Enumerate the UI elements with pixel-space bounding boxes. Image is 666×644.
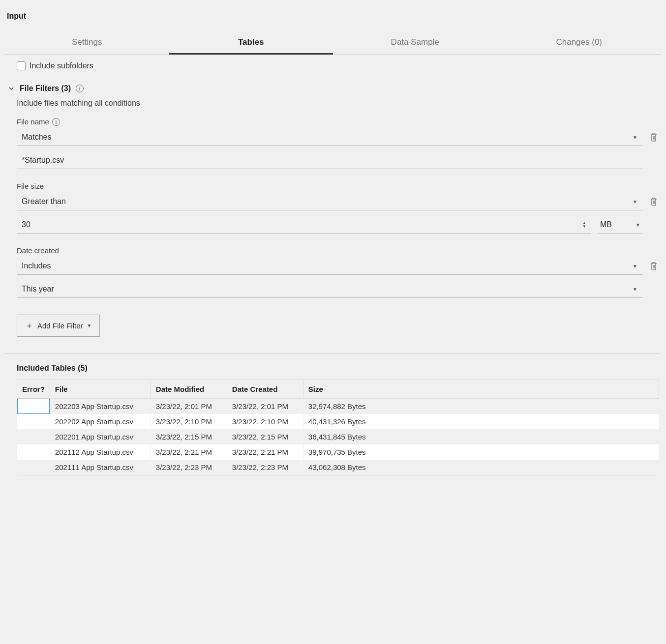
- cell-modified[interactable]: 3/23/22, 2:10 PM: [151, 414, 227, 429]
- trash-icon[interactable]: [649, 261, 659, 272]
- included-tables-title: Included Tables (5): [17, 364, 659, 373]
- filter-datecreated-label: Date created: [17, 246, 59, 255]
- cell-modified[interactable]: 3/23/22, 2:23 PM: [151, 460, 227, 475]
- filter-datecreated-value-text: This year: [22, 285, 54, 293]
- filter-filesize-operator-value: Greater than: [22, 197, 66, 206]
- stepper-down-icon[interactable]: ▼: [582, 225, 586, 228]
- caret-down-icon: ▼: [87, 323, 92, 328]
- filter-datecreated-operator[interactable]: Includes ▼: [17, 258, 642, 275]
- caret-down-icon: ▼: [633, 263, 637, 269]
- chevron-down-icon[interactable]: [8, 85, 15, 92]
- file-filters-subtitle: Include files matching all conditions: [17, 93, 659, 117]
- cell-created[interactable]: 3/23/22, 2:21 PM: [227, 444, 303, 460]
- filter-filename-value-input[interactable]: *Startup.csv: [17, 152, 642, 169]
- cell-modified[interactable]: 3/23/22, 2:01 PM: [151, 399, 227, 414]
- page-title: Input: [0, 0, 666, 30]
- cell-modified[interactable]: 3/23/22, 2:21 PM: [151, 444, 227, 460]
- cell-created[interactable]: 3/23/22, 2:01 PM: [227, 399, 303, 414]
- table-row[interactable]: 202203 App Startup.csv 3/23/22, 2:01 PM …: [17, 399, 659, 414]
- table-row[interactable]: 202111 App Startup.csv 3/23/22, 2:23 PM …: [17, 460, 659, 475]
- cell-error[interactable]: [17, 444, 50, 460]
- col-header-error[interactable]: Error?: [17, 380, 50, 399]
- tab-data-sample[interactable]: Data Sample: [333, 30, 497, 54]
- plus-icon: ＋: [25, 320, 33, 331]
- cell-error[interactable]: [17, 460, 50, 475]
- filter-filename-value-text: *Startup.csv: [22, 156, 64, 165]
- cell-size[interactable]: 43,062,308 Bytes: [303, 460, 659, 475]
- filter-filesize-value-text: 30: [22, 220, 30, 229]
- caret-down-icon: ▼: [633, 135, 637, 140]
- file-filters-title: File Filters (3): [20, 84, 71, 93]
- include-subfolders-checkbox[interactable]: [17, 61, 26, 70]
- cell-size[interactable]: 36,431,845 Bytes: [303, 429, 659, 444]
- col-header-size[interactable]: Size: [303, 380, 659, 399]
- filter-filesize-unit[interactable]: MB ▼: [598, 216, 642, 234]
- caret-down-icon: ▼: [636, 222, 640, 228]
- cell-created[interactable]: 3/23/22, 2:23 PM: [227, 460, 303, 475]
- tab-changes[interactable]: Changes (0): [497, 30, 662, 54]
- col-header-modified[interactable]: Date Modified: [151, 380, 227, 399]
- cell-modified[interactable]: 3/23/22, 2:15 PM: [151, 429, 227, 444]
- tab-tables[interactable]: Tables: [169, 30, 333, 54]
- filter-datecreated-value[interactable]: This year ▼: [17, 281, 642, 298]
- cell-error[interactable]: [17, 429, 50, 444]
- cell-created[interactable]: 3/23/22, 2:15 PM: [227, 429, 303, 444]
- filter-filesize-unit-value: MB: [600, 220, 612, 229]
- tab-bar: Settings Tables Data Sample Changes (0): [5, 30, 661, 55]
- cell-size[interactable]: 39,970,735 Bytes: [303, 444, 659, 460]
- filter-datecreated-operator-value: Includes: [22, 262, 51, 270]
- table-row[interactable]: 202201 App Startup.csv 3/23/22, 2:15 PM …: [17, 429, 659, 444]
- table-row[interactable]: 202112 App Startup.csv 3/23/22, 2:21 PM …: [17, 444, 659, 460]
- trash-icon[interactable]: [649, 132, 659, 143]
- filter-filesize-value-input[interactable]: 30 ▲ ▼: [17, 216, 591, 234]
- number-stepper[interactable]: ▲ ▼: [582, 221, 586, 228]
- cell-file[interactable]: 202202 App Startup.csv: [50, 414, 151, 429]
- info-icon[interactable]: i: [76, 85, 84, 92]
- filter-filename-operator-value: Matches: [22, 133, 51, 142]
- tab-settings[interactable]: Settings: [5, 30, 169, 54]
- cell-error[interactable]: [17, 399, 50, 414]
- cell-error[interactable]: [17, 414, 50, 429]
- cell-size[interactable]: 32,974,882 Bytes: [303, 399, 659, 414]
- add-file-filter-button[interactable]: ＋ Add File Filter ▼: [17, 315, 100, 337]
- col-header-created[interactable]: Date Created: [227, 380, 303, 399]
- filter-filename-label: File name: [17, 117, 49, 126]
- cell-file[interactable]: 202201 App Startup.csv: [50, 429, 151, 444]
- include-subfolders-label: Include subfolders: [30, 61, 93, 70]
- table-row[interactable]: 202202 App Startup.csv 3/23/22, 2:10 PM …: [17, 414, 659, 429]
- cell-file[interactable]: 202111 App Startup.csv: [50, 460, 151, 475]
- included-tables-grid: Error? File Date Modified Date Created S…: [17, 380, 659, 475]
- add-file-filter-label: Add File Filter: [37, 322, 83, 330]
- cell-file[interactable]: 202112 App Startup.csv: [50, 444, 151, 460]
- filter-filename-operator[interactable]: Matches ▼: [17, 129, 642, 146]
- filter-filesize-operator[interactable]: Greater than ▼: [17, 193, 642, 210]
- cell-size[interactable]: 40,431,326 Bytes: [303, 414, 659, 429]
- info-icon[interactable]: i: [52, 118, 60, 126]
- trash-icon[interactable]: [649, 197, 659, 207]
- caret-down-icon: ▼: [633, 199, 637, 205]
- cell-file[interactable]: 202203 App Startup.csv: [50, 399, 151, 414]
- col-header-file[interactable]: File: [50, 380, 151, 399]
- cell-created[interactable]: 3/23/22, 2:10 PM: [227, 414, 303, 429]
- caret-down-icon: ▼: [633, 287, 637, 292]
- filter-filesize-label: File size: [17, 182, 44, 190]
